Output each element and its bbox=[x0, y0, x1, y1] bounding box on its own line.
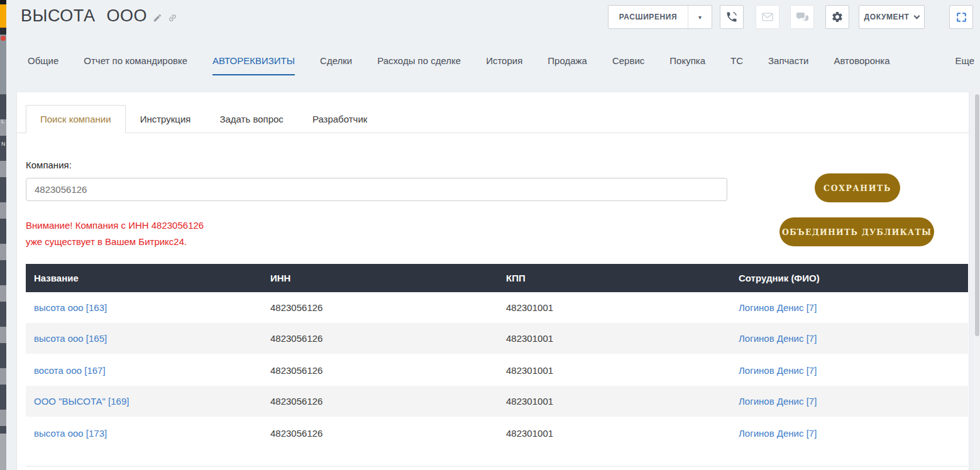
company-name-link[interactable]: восота ооо [167] bbox=[34, 365, 106, 376]
kpp-cell: 482301001 bbox=[498, 302, 730, 313]
table-body: высота ооо [163] 4823056126 482301001 Ло… bbox=[26, 292, 968, 449]
main-tab[interactable]: Сделки bbox=[320, 55, 352, 75]
duplicates-table: Название ИНН КПП Сотрудник (ФИО) высота … bbox=[26, 264, 968, 449]
table-row: восота ооо [167] 4823056126 482301001 Ло… bbox=[26, 355, 968, 386]
main-tab-label: История bbox=[486, 55, 522, 66]
company-field-label: Компания: bbox=[26, 160, 72, 170]
email-button[interactable] bbox=[756, 5, 779, 29]
subtab-label: Задать вопрос bbox=[219, 114, 283, 124]
employee-link[interactable]: Логинов Денис [7] bbox=[739, 333, 817, 344]
subtab-label: Разработчик bbox=[312, 114, 367, 124]
content-card: Поиск компании Инструкция Задать вопрос … bbox=[17, 92, 969, 470]
left-menu-sliver: L N bbox=[0, 0, 6, 470]
table-column-header: КПП bbox=[498, 273, 730, 283]
main-tab[interactable]: Общие bbox=[28, 55, 58, 75]
main-tab-label: Запчасти bbox=[768, 55, 808, 66]
settings-button[interactable] bbox=[825, 5, 849, 29]
subtab-label: Инструкция bbox=[140, 114, 191, 124]
subtab[interactable]: Поиск компании bbox=[26, 105, 126, 133]
subtab-bar: Поиск компании Инструкция Задать вопрос … bbox=[17, 105, 969, 133]
subtab[interactable]: Инструкция bbox=[126, 105, 206, 133]
main-tab-bar: Общие Отчет по командировке АВТОРЕКВИЗИТ… bbox=[28, 55, 974, 75]
fullscreen-button[interactable] bbox=[949, 5, 973, 29]
inn-cell: 4823056126 bbox=[262, 396, 498, 407]
chat-button[interactable] bbox=[790, 5, 814, 29]
left-menu-sliver-top bbox=[0, 0, 6, 94]
kpp-cell: 482301001 bbox=[498, 428, 730, 439]
kpp-cell: 482301001 bbox=[498, 365, 730, 376]
main-tab[interactable]: Отчет по командировке bbox=[84, 55, 187, 75]
main-tab[interactable]: ТС bbox=[730, 55, 743, 75]
main-tab[interactable]: Еще bbox=[955, 55, 974, 75]
main-tab[interactable]: Расходы по сделке bbox=[377, 55, 461, 75]
subtab[interactable]: Разработчик bbox=[298, 105, 382, 133]
employee-link[interactable]: Логинов Денис [7] bbox=[739, 396, 817, 407]
menu-text-fragment: N bbox=[1, 141, 6, 147]
main-tab[interactable]: Продажа bbox=[548, 55, 587, 75]
subtab-label: Поиск компании bbox=[40, 114, 111, 124]
copy-link-icon[interactable] bbox=[166, 11, 179, 25]
main-tab-label: Еще bbox=[955, 55, 974, 66]
extensions-button[interactable]: РАСШИРЕНИЯ ▾ bbox=[608, 5, 712, 29]
main-tab[interactable]: Запчасти bbox=[768, 55, 808, 75]
section-divider bbox=[26, 466, 968, 467]
company-name-link[interactable]: высота ооо [173] bbox=[34, 428, 107, 439]
duplicate-warning: Внимание! Компания с ИНН 4823056126 уже … bbox=[26, 217, 204, 250]
left-menu-sliver-bottom bbox=[0, 434, 6, 470]
merge-duplicates-button[interactable]: ОБЪЕДИНИТЬ ДУБЛИКАТЫ bbox=[779, 217, 934, 246]
save-button[interactable]: СОХРАНИТЬ bbox=[815, 173, 900, 202]
call-button[interactable] bbox=[720, 5, 744, 29]
chat-bubbles-icon bbox=[796, 12, 808, 22]
employee-link[interactable]: Логинов Денис [7] bbox=[739, 365, 817, 376]
employee-link[interactable]: Логинов Денис [7] bbox=[739, 428, 817, 439]
document-button[interactable]: ДОКУМЕНТ bbox=[859, 5, 925, 29]
main-tab-label: Общие bbox=[28, 55, 58, 66]
expand-icon bbox=[955, 11, 967, 23]
page-header: ВЫСОТА ООО bbox=[21, 6, 177, 26]
kpp-cell: 482301001 bbox=[498, 396, 730, 407]
table-header-row: Название ИНН КПП Сотрудник (ФИО) bbox=[26, 264, 968, 292]
vertical-scrollbar[interactable] bbox=[974, 92, 980, 470]
main-tab[interactable]: История bbox=[486, 55, 522, 75]
notification-dot bbox=[1, 36, 6, 41]
kpp-cell: 482301001 bbox=[498, 333, 730, 344]
company-name-link[interactable]: ООО "ВЫСОТА" [169] bbox=[34, 396, 129, 407]
menu-text-fragment: L bbox=[1, 118, 4, 124]
gear-icon bbox=[831, 11, 844, 23]
table-column-header: Сотрудник (ФИО) bbox=[730, 273, 968, 283]
extensions-button-label: РАСШИРЕНИЯ bbox=[608, 13, 688, 21]
main-tab[interactable]: Покупка bbox=[669, 55, 705, 75]
table-column-header: Название bbox=[26, 273, 262, 283]
subtab[interactable]: Задать вопрос bbox=[205, 105, 297, 133]
main-tab-label: ТС bbox=[730, 55, 743, 66]
inn-cell: 4823056126 bbox=[262, 302, 498, 313]
inn-cell: 4823056126 bbox=[262, 365, 498, 376]
main-tab-label: Отчет по командировке bbox=[84, 55, 187, 66]
main-tab[interactable]: АВТОРЕКВИЗИТЫ bbox=[212, 55, 295, 75]
main-tab-label: Расходы по сделке bbox=[377, 55, 461, 66]
company-name-link[interactable]: высота ооо [163] bbox=[34, 302, 107, 313]
inn-cell: 4823056126 bbox=[262, 428, 498, 439]
duplicate-warning-line1: Внимание! Компания с ИНН 4823056126 bbox=[26, 217, 204, 234]
main-tab-label: Автоворонка bbox=[834, 55, 889, 66]
main-tab[interactable]: Автоворонка bbox=[834, 55, 889, 75]
employee-link[interactable]: Логинов Денис [7] bbox=[739, 302, 817, 313]
main-tab-label: Сервис bbox=[612, 55, 644, 66]
table-row: высота ооо [165] 4823056126 482301001 Ло… bbox=[26, 323, 968, 355]
company-search-input[interactable] bbox=[26, 178, 727, 201]
edit-pencil-icon[interactable] bbox=[153, 13, 162, 23]
company-name-link[interactable]: высота ооо [165] bbox=[34, 333, 107, 344]
main-tab-label: Покупка bbox=[669, 55, 705, 66]
extensions-dropdown-arrow[interactable]: ▾ bbox=[688, 6, 712, 28]
main-tab[interactable]: Сервис bbox=[612, 55, 644, 75]
document-button-label: ДОКУМЕНТ bbox=[864, 13, 910, 21]
duplicate-warning-line2: уже существует в Вашем Битрикс24. bbox=[26, 234, 204, 250]
table-row: высота ооо [163] 4823056126 482301001 Ло… bbox=[26, 292, 968, 323]
page-title: ВЫСОТА ООО bbox=[21, 6, 147, 26]
envelope-icon bbox=[762, 13, 773, 21]
bitrix24-company-page: L N ВЫСОТА ООО РАСШИРЕНИЯ ▾ ДОКУМЕНТ bbox=[0, 0, 980, 470]
main-tab-label: Продажа bbox=[548, 55, 587, 66]
main-tab-label: АВТОРЕКВИЗИТЫ bbox=[212, 55, 295, 66]
phone-icon bbox=[725, 11, 738, 23]
scrollbar-thumb[interactable] bbox=[975, 94, 979, 336]
